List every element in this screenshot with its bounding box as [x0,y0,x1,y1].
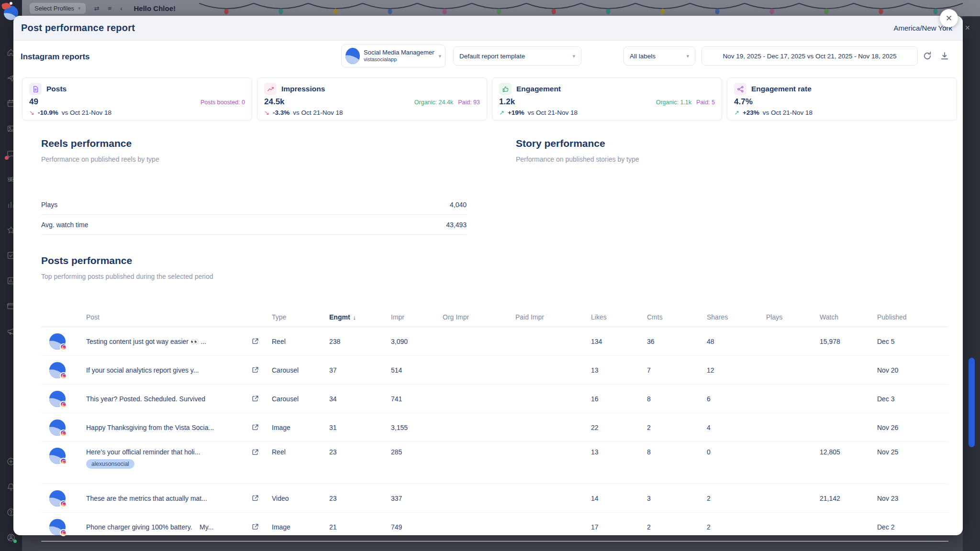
card-title: Impressions [281,85,325,93]
card-title: Engagement rate [751,85,812,93]
comparison-label: vs Oct 21-Nov 18 [528,109,578,116]
date-range-picker[interactable]: Nov 19, 2025 - Dec 17, 2025 vs Oct 21, 2… [702,46,918,66]
background-close-icon[interactable]: ✕ [965,24,970,32]
post-link[interactable]: Here’s your official reminder that holi.… [86,448,200,456]
table-row: Happy Thanksgiving from the Vista Socia.… [41,413,948,442]
page-right-gutter [963,0,980,551]
swap-icon[interactable]: ⇄ [94,5,100,12]
card-title: Engagement [516,85,561,93]
close-button[interactable]: ✕ [940,9,958,27]
reels-row-plays: Plays 4,040 [41,195,467,215]
sort-down-icon: ↓ [353,314,356,321]
story-performance-section: Story performance Performance on publish… [516,138,927,163]
post-link[interactable]: If your social analytics report gives y.… [86,366,199,374]
paid-label: Paid: 93 [458,99,480,106]
post-label-tag[interactable]: alexusonsocial [86,459,134,469]
profile-avatar [345,48,360,64]
instagram-badge-icon [60,500,67,507]
refresh-icon[interactable] [923,51,932,61]
metric-label: Avg. watch time [41,221,89,229]
external-link-icon[interactable] [252,396,258,402]
external-link-icon[interactable] [252,449,258,455]
profile-select[interactable]: Social Media Management Tool vistasocial… [341,44,445,67]
section-subtitle: Performance on published reels by type [41,155,467,163]
post-avatar [49,419,66,436]
instagram-badge-icon [60,372,67,379]
trend-up-icon: ↗ [499,109,504,116]
select-profiles-label: Select Profiles [34,5,74,12]
post-avatar [49,333,66,350]
card-value: 49 [29,97,38,107]
col-type: Type [272,313,329,321]
delta-percent: -3.3% [273,109,290,116]
instagram-badge-icon [60,458,67,465]
table-row: These are the metrics that actually mat.… [41,484,948,513]
external-link-icon[interactable] [252,424,258,430]
col-paid-impr: Paid Impr [515,313,591,321]
post-performance-report-modal: ✕ Post performance report America/New Yo… [13,16,963,535]
post-link[interactable]: These are the metrics that actually mat.… [86,495,207,502]
section-title: Reels performance [41,138,467,149]
post-avatar [49,362,66,378]
instagram-badge-icon [60,343,67,351]
post-avatar [49,391,66,407]
col-published: Published [877,313,948,321]
engagement-thumbsup-icon [499,83,512,95]
col-engmt-sort[interactable]: Engmt↓ [329,313,391,321]
scrollbar-thumb[interactable] [969,358,975,447]
card-value: 1.2k [499,97,515,107]
external-link-icon[interactable] [252,367,258,373]
comparison-label: vs Oct 21-Nov 18 [293,109,343,116]
comparison-label: vs Oct 21-Nov 18 [763,109,813,116]
chevron-down-icon: ▾ [572,53,575,59]
external-link-icon[interactable] [252,524,258,530]
report-template-select[interactable]: Default report template ▾ [453,46,581,66]
col-impr: Impr [391,313,443,321]
col-cmts: Cmts [647,313,707,321]
download-icon[interactable] [940,51,949,61]
section-title: Story performance [516,138,927,149]
external-link-icon[interactable] [252,338,258,344]
select-profiles-dropdown[interactable]: Select Profiles ▾ [30,3,86,14]
external-link-icon[interactable] [252,495,258,501]
user-avatar-icon[interactable] [6,533,16,542]
reels-performance-section: Reels performance Performance on publish… [41,138,467,235]
section-subtitle: Top performing posts published during th… [41,273,948,280]
reels-row-watch-time: Avg. watch time 43,493 [41,215,467,235]
delta-percent: -10.9% [38,109,58,116]
col-org-impr: Org Impr [443,313,515,321]
notification-dot [5,156,9,160]
metric-label: Plays [41,201,57,209]
section-subtitle: Performance on published stories by type [516,155,927,163]
background-page-strip: Select Profiles ▾ ⇄ ≡ ‹ Hello Chloe! [22,0,980,16]
screen: Select Profiles ▾ ⇄ ≡ ‹ Hello Chloe! ✕ ✕ [0,0,980,551]
section-title: Posts performance [41,255,948,266]
trend-up-icon: ↗ [734,109,739,116]
profile-handle: vistasocialapp [364,56,434,63]
labels-select[interactable]: All labels ▾ [624,46,695,66]
chevron-down-icon: ▾ [686,53,689,59]
trend-down-icon: ↘ [29,109,34,116]
impressions-chart-icon [264,83,277,95]
post-link[interactable]: Happy Thanksgiving from the Vista Socia.… [86,424,214,431]
delta-percent: +19% [508,109,524,116]
post-link[interactable]: Testing content just got way easier 👀 ..… [86,338,206,345]
post-avatar [49,490,66,507]
delta-percent: +23% [743,109,759,116]
online-dot [13,540,17,543]
post-link[interactable]: This year? Posted. Scheduled. Survived [86,395,205,403]
paid-label: Paid: 5 [696,99,715,106]
engagement-rate-network-icon [734,83,746,95]
greeting-text: Hello Chloe! [134,4,176,12]
menu-icon[interactable]: ≡ [108,5,112,12]
instagram-reports-title: Instagram reports [21,52,90,62]
card-value: 24.5k [264,97,285,107]
table-row: Here’s your official reminder that holi.… [41,442,948,484]
modal-header: Post performance report America/New York [13,16,963,41]
collapse-icon[interactable]: ‹ [120,5,122,12]
post-link[interactable]: Phone charger giving 100% battery. My... [86,523,213,531]
col-shares: Shares [707,313,766,321]
metric-card-impressions: Impressions 24.5k Organic: 24.4k Paid: 9… [257,77,487,121]
close-icon: ✕ [946,13,952,23]
modal-title: Post performance report [21,22,135,33]
